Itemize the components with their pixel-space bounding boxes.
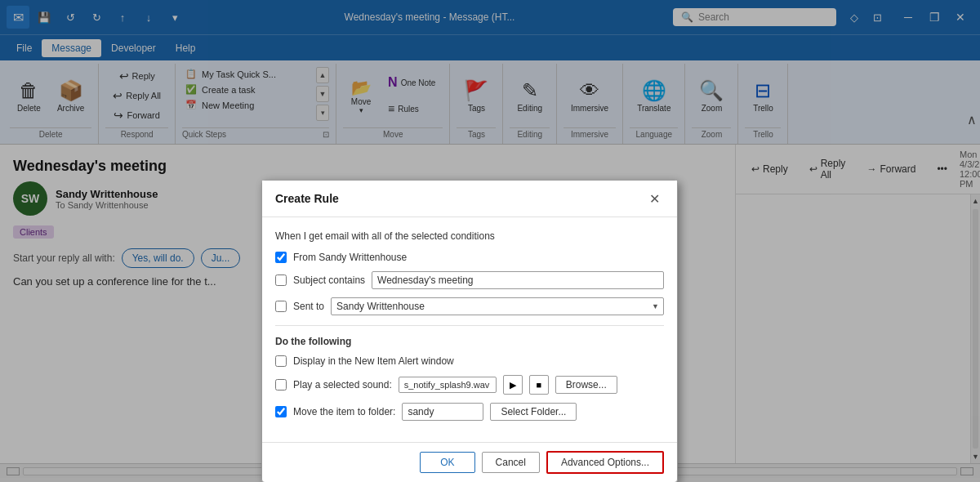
modal-title: Create Rule	[275, 192, 339, 205]
alert-checkbox[interactable]	[275, 355, 287, 367]
sound-label: Play a selected sound:	[293, 379, 392, 391]
advanced-options-button[interactable]: Advanced Options...	[546, 451, 664, 474]
sentto-select-wrap: Sandy Writtenhouse	[331, 297, 664, 315]
from-row: From Sandy Writtenhouse	[275, 252, 664, 263]
cancel-button[interactable]: Cancel	[482, 452, 540, 473]
create-rule-dialog: Create Rule ✕ When I get email with all …	[261, 180, 678, 482]
sound-row: Play a selected sound: s_notify_splash9.…	[275, 375, 664, 395]
sound-stop-button[interactable]: ■	[529, 375, 549, 395]
folder-input[interactable]: sandy	[402, 403, 483, 421]
condition-title: When I get email with all of the selecte…	[275, 230, 664, 242]
dialog-close-button[interactable]: ✕	[644, 189, 664, 208]
alert-row: Display in the New Item Alert window	[275, 355, 664, 367]
subject-row: Subject contains Wednesday's meeting	[275, 271, 664, 289]
subject-checkbox[interactable]	[275, 274, 287, 286]
sentto-row: Sent to Sandy Writtenhouse	[275, 297, 664, 315]
browse-button[interactable]: Browse...	[555, 376, 617, 394]
modal-body: When I get email with all of the selecte…	[262, 217, 677, 442]
modal-footer: OK Cancel Advanced Options...	[262, 442, 677, 482]
sound-play-button[interactable]: ▶	[503, 375, 523, 395]
sentto-select[interactable]: Sandy Writtenhouse	[331, 297, 664, 315]
sound-file-input[interactable]: s_notify_splash9.wav	[399, 377, 497, 393]
modal-title-bar: Create Rule ✕	[262, 181, 677, 217]
do-title: Do the following	[275, 336, 664, 347]
modal-overlay: Create Rule ✕ When I get email with all …	[0, 0, 980, 482]
move-row: Move the item to folder: sandy Select Fo…	[275, 403, 664, 421]
move-label: Move the item to folder:	[293, 406, 395, 417]
subject-input[interactable]: Wednesday's meeting	[372, 271, 664, 289]
from-checkbox[interactable]	[275, 252, 287, 263]
sentto-checkbox[interactable]	[275, 301, 287, 312]
subject-label: Subject contains	[293, 274, 365, 286]
sound-checkbox[interactable]	[275, 379, 287, 391]
alert-label: Display in the New Item Alert window	[293, 355, 454, 367]
modal-divider	[275, 325, 664, 326]
sentto-label: Sent to	[293, 301, 324, 312]
move-checkbox[interactable]	[275, 406, 287, 417]
from-label: From Sandy Writtenhouse	[293, 252, 407, 263]
ok-button[interactable]: OK	[420, 452, 474, 473]
select-folder-button[interactable]: Select Folder...	[490, 403, 577, 421]
